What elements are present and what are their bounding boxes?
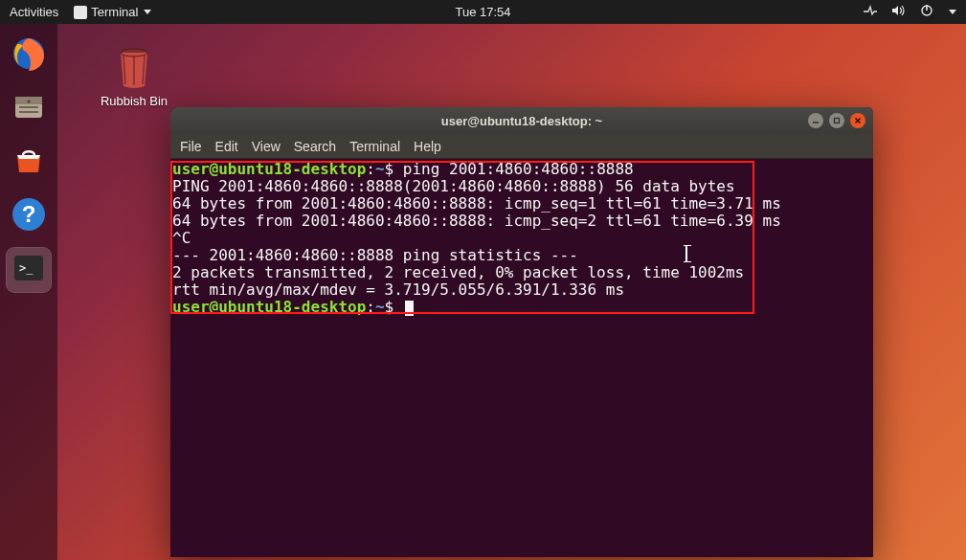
dock-item-firefox[interactable] [7, 34, 51, 78]
software-icon [10, 142, 48, 184]
svg-point-7 [28, 101, 31, 103]
menu-help[interactable]: Help [414, 139, 441, 154]
top-panel: Activities Terminal Tue 17:54 [0, 0, 966, 24]
files-icon [10, 88, 48, 130]
dock-item-software[interactable] [7, 141, 51, 185]
app-menu-label: Terminal [91, 5, 138, 19]
terminal-icon [74, 6, 87, 19]
clock[interactable]: Tue 17:54 [455, 5, 510, 19]
terminal-body[interactable]: user@ubuntu18-desktop:~$ ping 2001:4860:… [170, 159, 873, 557]
help-icon: ? [10, 195, 48, 237]
sound-icon[interactable] [891, 4, 907, 20]
terminal-menubar: File Edit View Search Terminal Help [170, 134, 873, 159]
svg-text:?: ? [22, 201, 36, 227]
window-title: user@ubuntu18-desktop: ~ [441, 114, 602, 128]
menu-search[interactable]: Search [294, 139, 336, 154]
power-icon[interactable] [920, 4, 933, 20]
dock-item-files[interactable] [7, 87, 51, 131]
dock-item-help[interactable]: ? [7, 194, 51, 238]
text-cursor-icon [685, 245, 687, 262]
window-minimize-button[interactable] [808, 113, 823, 128]
menu-view[interactable]: View [252, 139, 281, 154]
menu-edit[interactable]: Edit [215, 139, 238, 154]
terminal-app-icon: >_ [10, 249, 48, 291]
terminal-titlebar[interactable]: user@ubuntu18-desktop: ~ [170, 107, 873, 134]
window-maximize-button[interactable] [829, 113, 844, 128]
trash-label: Rubbish Bin [96, 94, 172, 108]
dock: ? >_ [0, 24, 57, 560]
desktop-trash[interactable]: Rubbish Bin [96, 44, 172, 108]
svg-text:>_: >_ [19, 261, 34, 275]
chevron-down-icon [144, 10, 151, 14]
terminal-window: user@ubuntu18-desktop: ~ File Edit View … [170, 107, 873, 557]
window-close-button[interactable] [850, 113, 865, 128]
menu-terminal[interactable]: Terminal [349, 139, 400, 154]
svg-rect-15 [835, 119, 840, 123]
menu-file[interactable]: File [180, 139, 202, 154]
firefox-icon [10, 34, 48, 77]
terminal-content[interactable]: user@ubuntu18-desktop:~$ ping 2001:4860:… [170, 161, 873, 316]
svg-rect-6 [19, 111, 38, 113]
app-menu[interactable]: Terminal [74, 5, 151, 19]
network-icon[interactable] [863, 4, 878, 20]
svg-rect-5 [19, 106, 38, 108]
trash-icon [112, 44, 156, 92]
dock-item-terminal[interactable]: >_ [7, 248, 51, 292]
activities-button[interactable]: Activities [10, 5, 58, 19]
system-menu-chevron-icon[interactable] [949, 10, 956, 14]
